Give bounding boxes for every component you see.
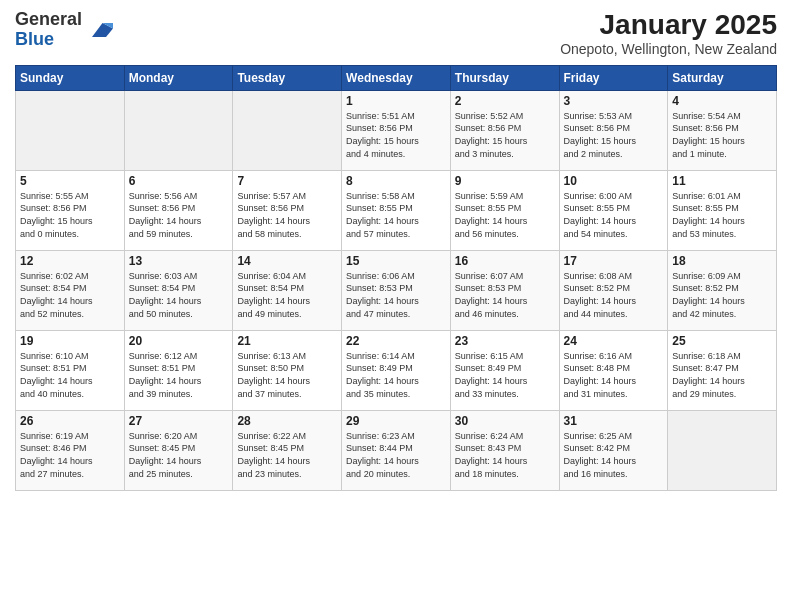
week-row-3: 12Sunrise: 6:02 AMSunset: 8:54 PMDayligh… (16, 250, 777, 330)
day-number: 9 (455, 174, 555, 188)
day-number: 16 (455, 254, 555, 268)
table-row: 10Sunrise: 6:00 AMSunset: 8:55 PMDayligh… (559, 170, 668, 250)
table-row: 12Sunrise: 6:02 AMSunset: 8:54 PMDayligh… (16, 250, 125, 330)
header-monday: Monday (124, 65, 233, 90)
table-row: 19Sunrise: 6:10 AMSunset: 8:51 PMDayligh… (16, 330, 125, 410)
calendar-title: January 2025 (560, 10, 777, 41)
header-sunday: Sunday (16, 65, 125, 90)
day-info: Sunrise: 5:55 AMSunset: 8:56 PMDaylight:… (20, 190, 120, 240)
day-info: Sunrise: 6:00 AMSunset: 8:55 PMDaylight:… (564, 190, 664, 240)
table-row: 6Sunrise: 5:56 AMSunset: 8:56 PMDaylight… (124, 170, 233, 250)
table-row: 15Sunrise: 6:06 AMSunset: 8:53 PMDayligh… (342, 250, 451, 330)
week-row-4: 19Sunrise: 6:10 AMSunset: 8:51 PMDayligh… (16, 330, 777, 410)
day-number: 2 (455, 94, 555, 108)
day-number: 21 (237, 334, 337, 348)
day-info: Sunrise: 5:58 AMSunset: 8:55 PMDaylight:… (346, 190, 446, 240)
day-number: 4 (672, 94, 772, 108)
day-info: Sunrise: 6:15 AMSunset: 8:49 PMDaylight:… (455, 350, 555, 400)
calendar-table: Sunday Monday Tuesday Wednesday Thursday… (15, 65, 777, 491)
table-row: 20Sunrise: 6:12 AMSunset: 8:51 PMDayligh… (124, 330, 233, 410)
day-number: 7 (237, 174, 337, 188)
header-friday: Friday (559, 65, 668, 90)
table-row: 29Sunrise: 6:23 AMSunset: 8:44 PMDayligh… (342, 410, 451, 490)
day-number: 6 (129, 174, 229, 188)
day-info: Sunrise: 6:22 AMSunset: 8:45 PMDaylight:… (237, 430, 337, 480)
day-number: 18 (672, 254, 772, 268)
day-number: 20 (129, 334, 229, 348)
week-row-2: 5Sunrise: 5:55 AMSunset: 8:56 PMDaylight… (16, 170, 777, 250)
table-row (233, 90, 342, 170)
day-number: 10 (564, 174, 664, 188)
day-number: 17 (564, 254, 664, 268)
day-info: Sunrise: 5:59 AMSunset: 8:55 PMDaylight:… (455, 190, 555, 240)
day-number: 19 (20, 334, 120, 348)
day-number: 24 (564, 334, 664, 348)
table-row: 2Sunrise: 5:52 AMSunset: 8:56 PMDaylight… (450, 90, 559, 170)
day-number: 31 (564, 414, 664, 428)
day-number: 11 (672, 174, 772, 188)
day-number: 13 (129, 254, 229, 268)
logo-general-text: General (15, 9, 82, 29)
day-number: 8 (346, 174, 446, 188)
day-info: Sunrise: 6:02 AMSunset: 8:54 PMDaylight:… (20, 270, 120, 320)
day-number: 12 (20, 254, 120, 268)
day-number: 30 (455, 414, 555, 428)
table-row: 14Sunrise: 6:04 AMSunset: 8:54 PMDayligh… (233, 250, 342, 330)
table-row: 28Sunrise: 6:22 AMSunset: 8:45 PMDayligh… (233, 410, 342, 490)
logo-blue-text: Blue (15, 29, 54, 49)
table-row: 23Sunrise: 6:15 AMSunset: 8:49 PMDayligh… (450, 330, 559, 410)
table-row: 11Sunrise: 6:01 AMSunset: 8:55 PMDayligh… (668, 170, 777, 250)
day-info: Sunrise: 6:09 AMSunset: 8:52 PMDaylight:… (672, 270, 772, 320)
day-info: Sunrise: 5:51 AMSunset: 8:56 PMDaylight:… (346, 110, 446, 160)
day-number: 26 (20, 414, 120, 428)
day-info: Sunrise: 6:08 AMSunset: 8:52 PMDaylight:… (564, 270, 664, 320)
table-row: 16Sunrise: 6:07 AMSunset: 8:53 PMDayligh… (450, 250, 559, 330)
day-number: 5 (20, 174, 120, 188)
day-info: Sunrise: 6:10 AMSunset: 8:51 PMDaylight:… (20, 350, 120, 400)
header-wednesday: Wednesday (342, 65, 451, 90)
day-info: Sunrise: 6:01 AMSunset: 8:55 PMDaylight:… (672, 190, 772, 240)
day-info: Sunrise: 6:23 AMSunset: 8:44 PMDaylight:… (346, 430, 446, 480)
day-number: 28 (237, 414, 337, 428)
header-saturday: Saturday (668, 65, 777, 90)
page-container: General Blue January 2025 Onepoto, Welli… (0, 0, 792, 501)
day-info: Sunrise: 6:19 AMSunset: 8:46 PMDaylight:… (20, 430, 120, 480)
day-number: 15 (346, 254, 446, 268)
table-row: 30Sunrise: 6:24 AMSunset: 8:43 PMDayligh… (450, 410, 559, 490)
logo: General Blue (15, 10, 113, 50)
day-info: Sunrise: 6:16 AMSunset: 8:48 PMDaylight:… (564, 350, 664, 400)
table-row: 21Sunrise: 6:13 AMSunset: 8:50 PMDayligh… (233, 330, 342, 410)
day-info: Sunrise: 6:14 AMSunset: 8:49 PMDaylight:… (346, 350, 446, 400)
day-number: 1 (346, 94, 446, 108)
days-header-row: Sunday Monday Tuesday Wednesday Thursday… (16, 65, 777, 90)
table-row: 7Sunrise: 5:57 AMSunset: 8:56 PMDaylight… (233, 170, 342, 250)
day-info: Sunrise: 5:53 AMSunset: 8:56 PMDaylight:… (564, 110, 664, 160)
week-row-5: 26Sunrise: 6:19 AMSunset: 8:46 PMDayligh… (16, 410, 777, 490)
table-row: 24Sunrise: 6:16 AMSunset: 8:48 PMDayligh… (559, 330, 668, 410)
page-header: General Blue January 2025 Onepoto, Welli… (15, 10, 777, 57)
day-info: Sunrise: 6:07 AMSunset: 8:53 PMDaylight:… (455, 270, 555, 320)
day-info: Sunrise: 6:25 AMSunset: 8:42 PMDaylight:… (564, 430, 664, 480)
day-number: 27 (129, 414, 229, 428)
table-row: 9Sunrise: 5:59 AMSunset: 8:55 PMDaylight… (450, 170, 559, 250)
day-info: Sunrise: 5:54 AMSunset: 8:56 PMDaylight:… (672, 110, 772, 160)
day-info: Sunrise: 5:57 AMSunset: 8:56 PMDaylight:… (237, 190, 337, 240)
title-block: January 2025 Onepoto, Wellington, New Ze… (560, 10, 777, 57)
day-info: Sunrise: 6:13 AMSunset: 8:50 PMDaylight:… (237, 350, 337, 400)
day-info: Sunrise: 6:24 AMSunset: 8:43 PMDaylight:… (455, 430, 555, 480)
table-row: 4Sunrise: 5:54 AMSunset: 8:56 PMDaylight… (668, 90, 777, 170)
table-row: 5Sunrise: 5:55 AMSunset: 8:56 PMDaylight… (16, 170, 125, 250)
table-row: 8Sunrise: 5:58 AMSunset: 8:55 PMDaylight… (342, 170, 451, 250)
day-info: Sunrise: 6:06 AMSunset: 8:53 PMDaylight:… (346, 270, 446, 320)
table-row (16, 90, 125, 170)
table-row: 27Sunrise: 6:20 AMSunset: 8:45 PMDayligh… (124, 410, 233, 490)
day-number: 29 (346, 414, 446, 428)
table-row (124, 90, 233, 170)
table-row: 22Sunrise: 6:14 AMSunset: 8:49 PMDayligh… (342, 330, 451, 410)
table-row: 25Sunrise: 6:18 AMSunset: 8:47 PMDayligh… (668, 330, 777, 410)
day-info: Sunrise: 6:12 AMSunset: 8:51 PMDaylight:… (129, 350, 229, 400)
day-info: Sunrise: 6:04 AMSunset: 8:54 PMDaylight:… (237, 270, 337, 320)
table-row: 26Sunrise: 6:19 AMSunset: 8:46 PMDayligh… (16, 410, 125, 490)
calendar-subtitle: Onepoto, Wellington, New Zealand (560, 41, 777, 57)
week-row-1: 1Sunrise: 5:51 AMSunset: 8:56 PMDaylight… (16, 90, 777, 170)
